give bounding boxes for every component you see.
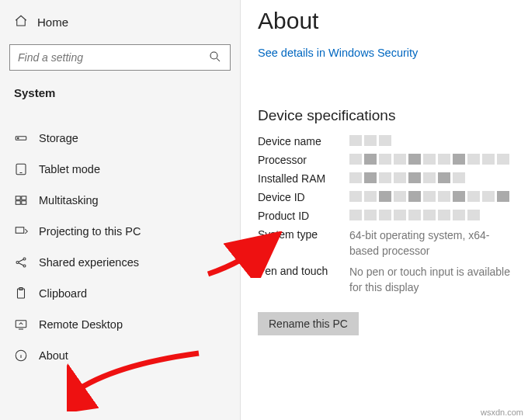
page-title: About [258, 8, 511, 34]
spec-value: 64-bit operating system, x64-based proce… [349, 228, 511, 259]
main-panel: About See details in Windows Security De… [241, 0, 528, 420]
spec-value-redacted [349, 210, 480, 220]
spec-label: Device name [258, 135, 349, 148]
spec-value-redacted [349, 172, 465, 183]
windows-security-link[interactable]: See details in Windows Security [258, 47, 511, 59]
svg-rect-18 [16, 321, 26, 328]
svg-point-3 [18, 137, 19, 139]
section-title: System [5, 82, 235, 109]
spec-label: Installed RAM [258, 172, 349, 185]
svg-line-1 [217, 58, 220, 61]
nav-item-projecting[interactable]: Projecting to this PC [5, 216, 235, 247]
clipboard-icon [14, 286, 28, 300]
nav-item-label: Multitasking [39, 194, 99, 207]
nav-item-about[interactable]: About [5, 340, 235, 371]
storage-icon [14, 131, 28, 145]
svg-line-15 [19, 263, 23, 266]
nav-list: Storage Tablet mode Multitasking Project… [5, 123, 235, 371]
projecting-icon [14, 224, 28, 238]
svg-point-0 [210, 52, 217, 59]
nav-item-remote-desktop[interactable]: Remote Desktop [5, 309, 235, 340]
search-icon [208, 50, 222, 66]
nav-home-label: Home [37, 16, 68, 29]
multitasking-icon [14, 193, 28, 207]
spec-value-redacted [349, 191, 509, 202]
spec-label: Product ID [258, 210, 349, 222]
home-icon [14, 14, 28, 30]
spec-row-device-name: Device name [258, 135, 511, 148]
search-input[interactable] [18, 51, 208, 64]
nav-home[interactable]: Home [5, 8, 235, 36]
svg-rect-7 [22, 196, 26, 200]
svg-rect-8 [16, 201, 20, 205]
shared-icon [14, 255, 28, 269]
nav-item-storage[interactable]: Storage [5, 123, 235, 154]
svg-point-11 [16, 262, 19, 264]
nav-item-shared-experiences[interactable]: Shared experiences [5, 247, 235, 278]
nav-item-label: Shared experiences [39, 256, 139, 269]
remote-desktop-icon [14, 318, 28, 331]
nav-item-label: Clipboard [39, 287, 87, 300]
spec-row-pen-touch: Pen and touch No pen or touch input is a… [258, 265, 511, 295]
nav-item-label: Projecting to this PC [39, 225, 141, 238]
spec-value: No pen or touch input is available for t… [349, 265, 511, 295]
spec-row-product-id: Product ID [258, 210, 511, 222]
spec-row-system-type: System type 64-bit operating system, x64… [258, 228, 511, 259]
rename-this-pc-button[interactable]: Rename this PC [258, 312, 359, 335]
spec-label: Processor [258, 154, 349, 166]
nav-item-label: Remote Desktop [39, 318, 123, 331]
spec-row-installed-ram: Installed RAM [258, 172, 511, 185]
nav-item-label: About [39, 349, 68, 362]
spec-value-redacted [349, 154, 509, 165]
nav-item-label: Storage [39, 132, 78, 144]
svg-rect-10 [16, 227, 24, 234]
nav-item-label: Tablet mode [39, 163, 100, 175]
watermark: wsxdn.com [481, 408, 523, 417]
device-specifications-heading: Device specifications [258, 107, 511, 124]
nav-item-clipboard[interactable]: Clipboard [5, 278, 235, 309]
svg-rect-6 [16, 196, 20, 200]
svg-rect-9 [22, 201, 26, 205]
spec-label: Device ID [258, 191, 349, 203]
spec-row-device-id: Device ID [258, 191, 511, 203]
spec-value-redacted [349, 135, 391, 146]
svg-line-14 [19, 259, 23, 262]
about-icon [14, 349, 28, 363]
sidebar: Home System Storage Tablet mode [0, 0, 241, 420]
spec-label: Pen and touch [258, 265, 349, 277]
search-box[interactable] [9, 44, 231, 71]
nav-item-multitasking[interactable]: Multitasking [5, 185, 235, 216]
spec-row-processor: Processor [258, 154, 511, 166]
tablet-icon [14, 162, 28, 176]
svg-point-12 [23, 258, 26, 260]
svg-point-13 [23, 265, 26, 267]
nav-item-tablet-mode[interactable]: Tablet mode [5, 154, 235, 185]
spec-label: System type [258, 228, 349, 241]
